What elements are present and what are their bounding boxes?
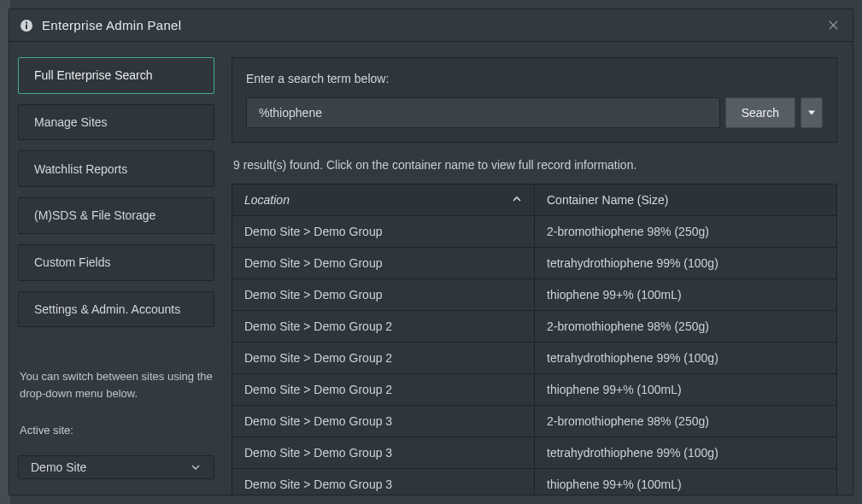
close-icon[interactable]: [824, 16, 842, 35]
search-prompt: Enter a search term below:: [246, 72, 823, 85]
results-summary: 9 result(s) found. Click on the containe…: [233, 158, 836, 172]
cell-location: Demo Site > Demo Group 3: [232, 437, 535, 469]
sidebar-item-label: (M)SDS & File Storage: [34, 208, 155, 222]
sidebar-item-custom-fields[interactable]: Custom Fields: [18, 244, 214, 281]
cell-location: Demo Site > Demo Group: [232, 248, 535, 279]
cell-container[interactable]: thiophene 99+% (100mL): [535, 279, 837, 311]
results-table: Location Container Name (Size) Demo Site: [232, 184, 837, 495]
column-header-location[interactable]: Location: [232, 185, 535, 216]
search-input[interactable]: [246, 97, 720, 128]
sidebar-item-label: Full Enterprise Search: [34, 68, 153, 82]
cell-location: Demo Site > Demo Group 2: [232, 374, 535, 406]
svg-rect-2: [26, 21, 27, 23]
table-row: Demo Site > Demo Group 2tetrahydrothioph…: [232, 343, 837, 374]
results-body: Demo Site > Demo Group2-bromothiophene 9…: [232, 216, 837, 495]
chevron-down-icon: [190, 461, 202, 473]
cell-container[interactable]: thiophene 99+% (100mL): [535, 469, 837, 495]
cell-container[interactable]: thiophene 99+% (100mL): [535, 374, 837, 406]
admin-modal: Enterprise Admin Panel Full Enterprise S…: [9, 9, 853, 495]
search-row: Search: [246, 97, 823, 128]
sidebar-item-label: Custom Fields: [34, 255, 110, 269]
cell-location: Demo Site > Demo Group 3: [232, 406, 535, 437]
modal-body: Full Enterprise Search Manage Sites Watc…: [9, 42, 853, 495]
table-row: Demo Site > Demo Grouptetrahydrothiophen…: [232, 248, 837, 279]
info-icon: [20, 19, 33, 32]
table-row: Demo Site > Demo Group 3tetrahydrothioph…: [232, 437, 837, 469]
search-button[interactable]: Search: [725, 97, 795, 128]
cell-container[interactable]: tetrahydrothiophene 99% (100g): [535, 343, 837, 374]
column-header-container[interactable]: Container Name (Size): [535, 185, 837, 216]
sidebar-item-settings-admin-accounts[interactable]: Settings & Admin. Accounts: [18, 291, 214, 328]
cell-container[interactable]: tetrahydrothiophene 99% (100g): [535, 248, 837, 279]
sidebar-item-label: Watchlist Reports: [34, 162, 127, 176]
active-site-label: Active site:: [18, 424, 214, 437]
sidebar-item-manage-sites[interactable]: Manage Sites: [18, 104, 214, 141]
main-panel: Enter a search term below: Search 9 resu…: [223, 42, 853, 495]
active-site-value: Demo Site: [31, 460, 86, 474]
svg-marker-5: [808, 111, 815, 115]
table-row: Demo Site > Demo Group 3thiophene 99+% (…: [232, 469, 837, 495]
sidebar-item-watchlist-reports[interactable]: Watchlist Reports: [18, 150, 214, 187]
table-row: Demo Site > Demo Group 32-bromothiophene…: [232, 406, 837, 437]
cell-location: Demo Site > Demo Group: [232, 279, 535, 311]
sidebar: Full Enterprise Search Manage Sites Watc…: [9, 42, 223, 495]
cell-location: Demo Site > Demo Group 2: [232, 343, 535, 374]
svg-rect-1: [26, 24, 27, 29]
cell-location: Demo Site > Demo Group: [232, 216, 535, 248]
table-row: Demo Site > Demo Group 2thiophene 99+% (…: [232, 374, 837, 406]
column-header-label: Container Name (Size): [547, 193, 668, 207]
table-row: Demo Site > Demo Groupthiophene 99+% (10…: [232, 279, 837, 311]
search-options-button[interactable]: [800, 97, 823, 128]
modal-header: Enterprise Admin Panel: [9, 9, 853, 42]
sidebar-item-label: Manage Sites: [34, 115, 108, 129]
sidebar-item-msds-file-storage[interactable]: (M)SDS & File Storage: [18, 197, 214, 234]
site-switch-note: You can switch between sites using the d…: [18, 368, 214, 401]
table-row: Demo Site > Demo Group2-bromothiophene 9…: [232, 216, 837, 248]
cell-location: Demo Site > Demo Group 3: [232, 469, 535, 495]
active-site-select[interactable]: Demo Site: [18, 455, 214, 479]
search-box: Enter a search term below: Search: [232, 57, 837, 143]
column-header-label: Location: [244, 193, 290, 207]
cell-container[interactable]: 2-bromothiophene 98% (250g): [535, 311, 837, 343]
cell-container[interactable]: tetrahydrothiophene 99% (100g): [535, 437, 837, 469]
cell-location: Demo Site > Demo Group 2: [232, 311, 535, 343]
sidebar-item-full-enterprise-search[interactable]: Full Enterprise Search: [18, 57, 214, 94]
modal-title: Enterprise Admin Panel: [42, 18, 181, 32]
sort-asc-icon: [512, 193, 522, 207]
sidebar-item-label: Settings & Admin. Accounts: [34, 302, 180, 316]
cell-container[interactable]: 2-bromothiophene 98% (250g): [535, 216, 837, 248]
cell-container[interactable]: 2-bromothiophene 98% (250g): [535, 406, 837, 437]
table-row: Demo Site > Demo Group 22-bromothiophene…: [232, 311, 837, 343]
